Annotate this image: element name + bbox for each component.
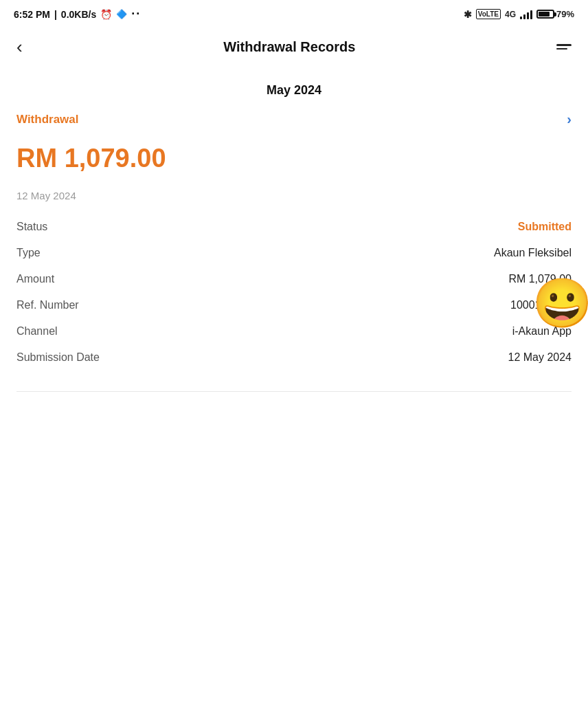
alarm-icon: ⏰ (100, 9, 112, 20)
detail-row-ref: Ref. Number 1000103529 😀 (16, 292, 572, 318)
withdrawal-header-row[interactable]: Withdrawal › (16, 111, 572, 137)
network-type: 4G (505, 10, 516, 19)
detail-row-type: Type Akaun Fleksibel (16, 240, 572, 266)
volte-badge: VoLTE (476, 9, 501, 19)
label-channel: Channel (16, 325, 58, 338)
chevron-right-icon: › (567, 111, 572, 127)
page-header: ‹ Withdrawal Records (0, 27, 588, 67)
value-status: Submitted (518, 221, 572, 233)
battery-percent: 79% (556, 9, 574, 19)
label-amount: Amount (16, 273, 54, 285)
detail-row-amount: Amount RM 1,079.00 (16, 266, 572, 292)
label-status: Status (16, 221, 47, 233)
nfc-icon: 🔷 (116, 9, 127, 19)
filter-line-2 (556, 48, 567, 50)
label-ref-number: Ref. Number (16, 299, 79, 311)
signal-bars (520, 10, 532, 19)
detail-rows: Status Submitted Type Akaun Fleksibel Am… (16, 214, 572, 371)
bottom-divider (16, 391, 572, 392)
detail-row-submission-date: Submission Date 12 May 2024 (16, 344, 572, 371)
status-indicators: ✱ VoLTE 4G 79% (464, 9, 574, 20)
value-type: Akaun Fleksibel (494, 247, 572, 259)
value-channel: i-Akaun App (512, 325, 572, 338)
time: 6:52 PM (14, 9, 50, 20)
detail-row-channel: Channel i-Akaun App (16, 318, 572, 344)
detail-row-status: Status Submitted (16, 214, 572, 240)
month-label: May 2024 (0, 67, 588, 111)
battery-indicator: 79% (536, 9, 574, 19)
label-type: Type (16, 247, 41, 259)
label-submission-date: Submission Date (16, 351, 100, 364)
withdrawal-amount-large: RM 1,079.00 (16, 137, 572, 190)
value-submission-date: 12 May 2024 (508, 351, 572, 364)
withdrawal-section: Withdrawal › RM 1,079.00 12 May 2024 Sta… (0, 111, 588, 392)
dots: ·· (131, 7, 141, 21)
value-amount: RM 1,079.00 (508, 273, 572, 285)
page-title: Withdrawal Records (223, 39, 355, 55)
filter-button[interactable] (556, 44, 572, 50)
withdrawal-date: 12 May 2024 (16, 190, 572, 201)
status-bar: 6:52 PM | 0.0KB/s ⏰ 🔷 ·· ✱ VoLTE 4G 79% (0, 0, 588, 27)
back-button[interactable]: ‹ (16, 38, 23, 56)
network-speed: 0.0KB/s (61, 9, 96, 20)
bluetooth-icon: ✱ (464, 9, 472, 20)
separator: | (54, 9, 57, 20)
status-time-network: 6:52 PM | 0.0KB/s ⏰ 🔷 ·· (14, 7, 141, 21)
withdrawal-section-label: Withdrawal (16, 113, 79, 126)
filter-line-1 (556, 44, 572, 46)
value-ref-number: 1000103529 😀 (510, 299, 572, 311)
filter-icon (556, 44, 572, 50)
